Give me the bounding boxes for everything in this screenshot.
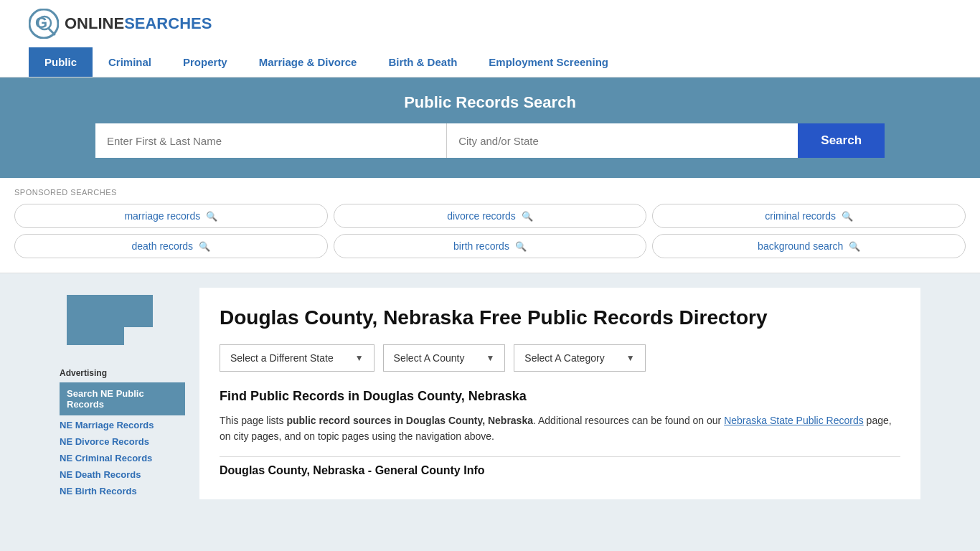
state-dropdown[interactable]: Select a Different State ▼ <box>220 344 374 372</box>
sponsored-label: SPONSORED SEARCHES <box>14 188 966 197</box>
nav-item-public[interactable]: Public <box>29 47 93 77</box>
search-button[interactable]: Search <box>798 123 885 158</box>
search-icon-birth: 🔍 <box>515 241 527 252</box>
hero-title: Public Records Search <box>29 93 951 112</box>
sponsored-tag-criminal[interactable]: criminal records 🔍 <box>652 204 966 228</box>
sponsored-tag-marriage[interactable]: marriage records 🔍 <box>14 204 328 228</box>
ad-link-birth[interactable]: NE Birth Records <box>60 483 185 499</box>
name-search-input[interactable] <box>95 123 447 158</box>
sponsored-tag-background[interactable]: background search 🔍 <box>652 234 966 258</box>
county-dropdown[interactable]: Select A County ▼ <box>383 344 506 372</box>
county-dropdown-arrow: ▼ <box>486 353 494 363</box>
description-text: This page lists public record sources in… <box>220 413 900 445</box>
category-dropdown-arrow: ▼ <box>626 353 635 363</box>
main-nav: Public Criminal Property Marriage & Divo… <box>0 47 980 77</box>
nav-item-criminal[interactable]: Criminal <box>93 47 167 77</box>
nav-item-marriage-divorce[interactable]: Marriage & Divorce <box>243 47 373 77</box>
sponsored-section: SPONSORED SEARCHES marriage records 🔍 di… <box>0 178 980 273</box>
search-icon-background: 🔍 <box>849 241 860 252</box>
ad-highlight[interactable]: Search NE Public Records <box>60 382 185 415</box>
location-search-input[interactable] <box>447 123 798 158</box>
sponsored-tag-divorce[interactable]: divorce records 🔍 <box>334 204 647 228</box>
search-icon-criminal: 🔍 <box>842 211 853 222</box>
nav-item-employment[interactable]: Employment Screening <box>473 47 624 77</box>
search-icon-marriage: 🔍 <box>206 211 217 222</box>
search-bar: Search <box>95 123 885 158</box>
state-dropdown-arrow: ▼ <box>355 353 364 363</box>
ad-link-divorce[interactable]: NE Divorce Records <box>60 433 185 450</box>
nav-item-birth-death[interactable]: Birth & Death <box>372 47 473 77</box>
logo-text: ONLINESEARCHES <box>65 14 212 33</box>
ad-link-marriage[interactable]: NE Marriage Records <box>60 417 185 433</box>
find-heading: Find Public Records in Douglas County, N… <box>220 389 900 404</box>
sidebar: Advertising Search NE Public Records NE … <box>60 288 185 499</box>
logo: G ONLINESEARCHES <box>29 9 212 39</box>
search-icon-death: 🔍 <box>199 241 210 252</box>
sponsored-grid: marriage records 🔍 divorce records 🔍 cri… <box>14 204 966 258</box>
nebraska-map-icon <box>60 288 160 352</box>
ad-link-criminal[interactable]: NE Criminal Records <box>60 450 185 466</box>
content-area: Advertising Search NE Public Records NE … <box>45 273 935 514</box>
category-dropdown[interactable]: Select A Category ▼ <box>514 344 645 372</box>
search-icon-divorce: 🔍 <box>522 211 533 222</box>
dropdown-row: Select a Different State ▼ Select A Coun… <box>220 344 900 372</box>
nebraska-records-link[interactable]: Nebraska State Public Records <box>724 415 864 426</box>
nav-item-property[interactable]: Property <box>167 47 243 77</box>
header: G ONLINESEARCHES <box>0 0 980 47</box>
svg-line-2 <box>49 29 55 34</box>
sponsored-tag-death[interactable]: death records 🔍 <box>14 234 328 258</box>
sponsored-tag-birth[interactable]: birth records 🔍 <box>334 234 647 258</box>
logo-icon: G <box>29 9 59 39</box>
page-title: Douglas County, Nebraska Free Public Rec… <box>220 305 900 330</box>
ad-link-death[interactable]: NE Death Records <box>60 466 185 483</box>
svg-marker-4 <box>67 295 153 345</box>
hero-section: Public Records Search Search <box>0 77 980 178</box>
advertising-label: Advertising <box>60 368 185 378</box>
main-content: Douglas County, Nebraska Free Public Rec… <box>199 288 920 499</box>
general-info-heading: Douglas County, Nebraska - General Count… <box>220 456 900 477</box>
state-map <box>60 288 185 355</box>
